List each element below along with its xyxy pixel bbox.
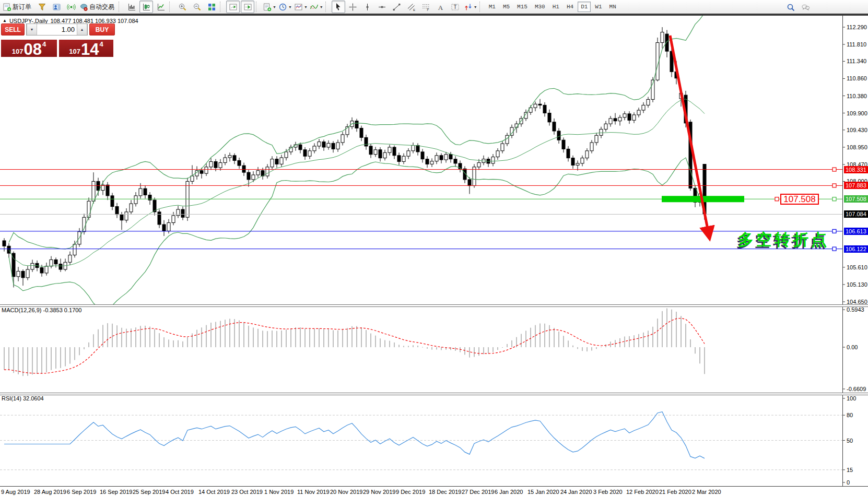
- sell-price-display[interactable]: 107 08 4: [1, 40, 57, 57]
- text-label-button[interactable]: T: [449, 1, 462, 13]
- market-watch-button[interactable]: [50, 1, 63, 13]
- rsi-pane-separator[interactable]: [0, 393, 868, 395]
- text-button[interactable]: A: [434, 1, 448, 13]
- chevron-down-icon[interactable]: ▼: [320, 5, 323, 9]
- date-axis-label: 15 Jan 2020: [527, 489, 559, 495]
- zoom-out-icon: [193, 3, 202, 11]
- price-axis-tick: 111.340: [847, 58, 866, 64]
- vline-button[interactable]: [361, 1, 374, 13]
- hline-button[interactable]: [376, 1, 389, 13]
- signal-button[interactable]: [64, 1, 78, 13]
- arrows-button[interactable]: ▼: [463, 1, 478, 13]
- turning-point-annotation[interactable]: 多空转折点: [738, 229, 829, 251]
- toolbar-separator: [220, 2, 224, 12]
- indicators-button[interactable]: ▼: [309, 1, 324, 13]
- rsi-axis-tick: 0: [847, 479, 850, 486]
- auto-scroll-icon: [243, 3, 252, 11]
- crosshair-button[interactable]: [346, 1, 360, 13]
- cursor-icon: [334, 3, 343, 11]
- channel-button[interactable]: E: [405, 1, 418, 13]
- timeframe-w1-button[interactable]: W1: [592, 2, 605, 12]
- buy-button[interactable]: BUY: [89, 23, 115, 36]
- timeframe-h4-button[interactable]: H4: [564, 2, 577, 12]
- text-icon: A: [436, 3, 445, 11]
- price-axis-tick: 105.130: [847, 281, 867, 288]
- price-axis-tick: 108.950: [847, 144, 867, 150]
- svg-text:F: F: [427, 7, 429, 11]
- new-order-button[interactable]: 新订单: [2, 1, 34, 13]
- chevron-down-icon[interactable]: ▼: [288, 5, 292, 9]
- toolbar-separator: [256, 2, 260, 12]
- vline-icon: [363, 3, 372, 11]
- buy-price-display[interactable]: 107 14 4: [59, 40, 113, 57]
- timeframe-d1-button[interactable]: D1: [578, 2, 591, 12]
- volume-increase-button[interactable]: ▲: [77, 24, 87, 35]
- chat-button[interactable]: [799, 1, 812, 14]
- timeframe-m30-button[interactable]: M30: [532, 2, 548, 12]
- search-button[interactable]: [784, 1, 797, 14]
- tile-windows-button[interactable]: [205, 1, 218, 13]
- date-axis-label: 21 Feb 2020: [659, 489, 691, 495]
- chevron-down-icon[interactable]: ▼: [474, 5, 477, 9]
- buy-price-pip: 4: [99, 40, 103, 48]
- chart-shift-button[interactable]: [226, 1, 240, 13]
- funnel-button[interactable]: [35, 1, 49, 13]
- zoom-in-button[interactable]: [175, 1, 189, 13]
- bar-chart-button[interactable]: [125, 1, 138, 13]
- date-axis-label: 9 Aug 2019: [1, 489, 30, 495]
- price-axis-line[interactable]: [842, 16, 843, 486]
- svg-text:E: E: [413, 8, 415, 11]
- chevron-down-icon[interactable]: ▼: [273, 5, 276, 9]
- autotrading-label: 自动交易: [89, 3, 114, 11]
- timeframe-h1-button[interactable]: H1: [549, 2, 562, 12]
- sell-price-pip: 4: [42, 40, 46, 48]
- price-axis-tick: 112.290: [847, 24, 867, 30]
- timeframe-m5-button[interactable]: M5: [500, 2, 513, 12]
- trendline-button[interactable]: [390, 1, 404, 13]
- hline-icon: [378, 3, 386, 11]
- rsi-axis-tick: 50: [847, 438, 853, 444]
- macd-axis-tick: 0.5943: [847, 306, 864, 313]
- bar-chart-icon: [127, 3, 136, 11]
- timeframe-m15-button[interactable]: M15: [514, 2, 531, 12]
- rsi-axis-tick: 15: [847, 467, 853, 473]
- chart-window[interactable]: ▲ USDJPY-,Daily 108.477 108.481 106.933 …: [0, 16, 868, 496]
- macd-pane-separator[interactable]: [0, 304, 868, 307]
- period-clock-button[interactable]: ▼: [278, 1, 292, 13]
- toolbar-separator: [479, 2, 483, 12]
- new-chart-button[interactable]: ▼: [262, 1, 277, 13]
- line-chart-button[interactable]: [154, 1, 168, 13]
- date-axis-label: 29 Nov 2019: [363, 489, 395, 495]
- fibonacci-button[interactable]: F: [419, 1, 433, 13]
- volume-decrease-button[interactable]: ▼: [27, 24, 37, 35]
- new-order-icon: [3, 3, 11, 11]
- time-axis-line[interactable]: [0, 486, 868, 487]
- support-price-label[interactable]: 107.508: [780, 194, 819, 205]
- price-chart-canvas[interactable]: [0, 16, 868, 496]
- indicators-icon: [310, 3, 319, 11]
- chevron-down-icon[interactable]: ▼: [304, 5, 308, 9]
- top-toolbar: 新订单自动交易▼▼▼▼EFAT▼M1M5M15M30H1H4D1W1MN: [0, 0, 868, 14]
- chart-profile-button[interactable]: ▼: [294, 1, 308, 13]
- toolbar-separator: [325, 2, 329, 12]
- new-chart-icon: [263, 3, 272, 11]
- tile-windows-icon: [207, 3, 216, 11]
- collapse-triangle-icon[interactable]: ▲: [3, 19, 7, 23]
- timeframe-m1-button[interactable]: M1: [486, 2, 499, 12]
- zoom-out-button[interactable]: [190, 1, 204, 13]
- cursor-button[interactable]: [332, 1, 345, 13]
- autotrading-button[interactable]: 自动交易: [79, 1, 117, 13]
- text-label-icon: T: [451, 3, 460, 11]
- fibonacci-icon: F: [421, 3, 430, 11]
- price-axis-tick: 109.900: [847, 110, 867, 116]
- date-axis-label: 14 Oct 2019: [198, 489, 230, 495]
- new-order-label: 新订单: [13, 3, 31, 11]
- market-watch-icon: [52, 3, 61, 11]
- timeframe-mn-button[interactable]: MN: [606, 2, 619, 12]
- volume-input[interactable]: [37, 24, 77, 35]
- buy-price-big: 14: [81, 42, 99, 56]
- sell-button[interactable]: SELL: [1, 23, 25, 36]
- chart-profile-icon: [294, 3, 303, 11]
- auto-scroll-button[interactable]: [241, 1, 254, 13]
- candlestick-button[interactable]: [139, 1, 153, 13]
